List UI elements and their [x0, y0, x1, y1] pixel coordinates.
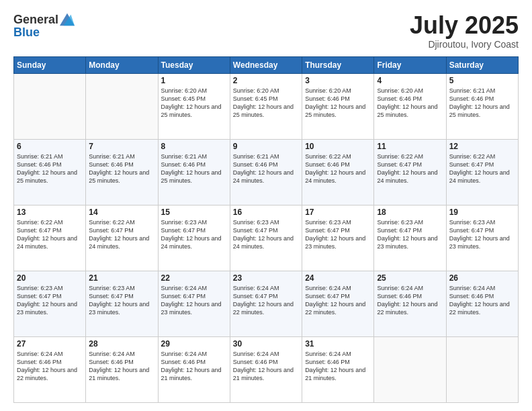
day-info: Sunrise: 6:23 AMSunset: 6:47 PMDaylight:…	[161, 218, 227, 251]
calendar-week-row: 27Sunrise: 6:24 AMSunset: 6:46 PMDayligh…	[14, 336, 519, 402]
day-number: 18	[377, 208, 443, 217]
day-number: 21	[89, 273, 154, 283]
calendar-cell: 3Sunrise: 6:20 AMSunset: 6:46 PMDaylight…	[302, 73, 374, 139]
day-header-sunday: Sunday	[14, 56, 86, 73]
calendar-cell: 25Sunrise: 6:24 AMSunset: 6:46 PMDayligh…	[374, 271, 446, 336]
day-number: 3	[305, 76, 371, 85]
calendar-cell: 15Sunrise: 6:23 AMSunset: 6:47 PMDayligh…	[158, 205, 230, 271]
calendar-header-row: SundayMondayTuesdayWednesdayThursdayFrid…	[14, 56, 519, 73]
calendar-cell: 10Sunrise: 6:22 AMSunset: 6:46 PMDayligh…	[302, 139, 374, 205]
calendar-cell: 20Sunrise: 6:23 AMSunset: 6:47 PMDayligh…	[14, 271, 86, 336]
day-info: Sunrise: 6:24 AMSunset: 6:46 PMDaylight:…	[377, 284, 443, 317]
day-number: 11	[377, 142, 443, 151]
calendar-cell: 4Sunrise: 6:20 AMSunset: 6:46 PMDaylight…	[374, 73, 446, 139]
day-number: 8	[161, 142, 227, 151]
calendar-cell: 23Sunrise: 6:24 AMSunset: 6:47 PMDayligh…	[230, 271, 302, 336]
calendar-cell: 12Sunrise: 6:22 AMSunset: 6:47 PMDayligh…	[446, 139, 518, 205]
calendar-cell: 19Sunrise: 6:23 AMSunset: 6:47 PMDayligh…	[446, 205, 518, 271]
calendar-cell: 22Sunrise: 6:24 AMSunset: 6:47 PMDayligh…	[158, 271, 230, 336]
day-number: 19	[449, 208, 515, 217]
day-number: 5	[449, 76, 515, 85]
day-number: 17	[305, 208, 371, 217]
day-header-friday: Friday	[374, 56, 446, 73]
day-number: 10	[305, 142, 371, 151]
calendar-cell: 16Sunrise: 6:23 AMSunset: 6:47 PMDayligh…	[230, 205, 302, 271]
logo: General Blue	[13, 12, 75, 40]
calendar-cell: 18Sunrise: 6:23 AMSunset: 6:47 PMDayligh…	[374, 205, 446, 271]
calendar-cell: 31Sunrise: 6:24 AMSunset: 6:46 PMDayligh…	[302, 336, 374, 402]
day-info: Sunrise: 6:23 AMSunset: 6:47 PMDaylight:…	[305, 218, 371, 251]
calendar-cell: 8Sunrise: 6:21 AMSunset: 6:46 PMDaylight…	[158, 139, 230, 205]
day-number: 4	[377, 76, 443, 85]
month-title: July 2025	[410, 12, 519, 39]
day-number: 27	[17, 339, 83, 349]
calendar-cell: 17Sunrise: 6:23 AMSunset: 6:47 PMDayligh…	[302, 205, 374, 271]
day-info: Sunrise: 6:24 AMSunset: 6:47 PMDaylight:…	[161, 284, 227, 317]
day-number: 29	[161, 339, 227, 349]
calendar-cell: 30Sunrise: 6:24 AMSunset: 6:46 PMDayligh…	[230, 336, 302, 402]
day-info: Sunrise: 6:24 AMSunset: 6:47 PMDaylight:…	[233, 284, 299, 317]
calendar-cell: 11Sunrise: 6:22 AMSunset: 6:47 PMDayligh…	[374, 139, 446, 205]
day-header-monday: Monday	[86, 56, 158, 73]
day-number: 25	[377, 273, 443, 283]
calendar-cell: 6Sunrise: 6:21 AMSunset: 6:46 PMDaylight…	[14, 139, 86, 205]
calendar-week-row: 20Sunrise: 6:23 AMSunset: 6:47 PMDayligh…	[14, 271, 519, 336]
day-header-saturday: Saturday	[446, 56, 518, 73]
day-number: 6	[17, 142, 83, 151]
day-info: Sunrise: 6:24 AMSunset: 6:46 PMDaylight:…	[305, 350, 371, 383]
calendar-cell: 13Sunrise: 6:22 AMSunset: 6:47 PMDayligh…	[14, 205, 86, 271]
day-info: Sunrise: 6:23 AMSunset: 6:47 PMDaylight:…	[17, 284, 83, 317]
day-info: Sunrise: 6:22 AMSunset: 6:47 PMDaylight:…	[17, 218, 83, 251]
day-number: 2	[233, 76, 299, 85]
calendar-cell: 24Sunrise: 6:24 AMSunset: 6:47 PMDayligh…	[302, 271, 374, 336]
calendar-cell: 29Sunrise: 6:24 AMSunset: 6:46 PMDayligh…	[158, 336, 230, 402]
calendar-cell	[374, 336, 446, 402]
day-info: Sunrise: 6:20 AMSunset: 6:46 PMDaylight:…	[305, 87, 371, 120]
day-info: Sunrise: 6:23 AMSunset: 6:47 PMDaylight:…	[233, 218, 299, 251]
calendar-cell: 1Sunrise: 6:20 AMSunset: 6:45 PMDaylight…	[158, 73, 230, 139]
calendar-week-row: 6Sunrise: 6:21 AMSunset: 6:46 PMDaylight…	[14, 139, 519, 205]
day-info: Sunrise: 6:21 AMSunset: 6:46 PMDaylight:…	[17, 152, 83, 185]
day-info: Sunrise: 6:24 AMSunset: 6:46 PMDaylight:…	[233, 350, 299, 383]
calendar-cell: 9Sunrise: 6:21 AMSunset: 6:46 PMDaylight…	[230, 139, 302, 205]
day-number: 22	[161, 273, 227, 283]
calendar-cell: 14Sunrise: 6:22 AMSunset: 6:47 PMDayligh…	[86, 205, 158, 271]
day-info: Sunrise: 6:22 AMSunset: 6:47 PMDaylight:…	[377, 152, 443, 185]
day-info: Sunrise: 6:24 AMSunset: 6:46 PMDaylight:…	[17, 350, 83, 383]
day-header-tuesday: Tuesday	[158, 56, 230, 73]
calendar-cell: 21Sunrise: 6:23 AMSunset: 6:47 PMDayligh…	[86, 271, 158, 336]
calendar-cell: 7Sunrise: 6:21 AMSunset: 6:46 PMDaylight…	[86, 139, 158, 205]
day-number: 16	[233, 208, 299, 217]
day-info: Sunrise: 6:22 AMSunset: 6:46 PMDaylight:…	[305, 152, 371, 185]
location: Djiroutou, Ivory Coast	[410, 39, 519, 50]
calendar-cell: 26Sunrise: 6:24 AMSunset: 6:46 PMDayligh…	[446, 271, 518, 336]
day-info: Sunrise: 6:24 AMSunset: 6:46 PMDaylight:…	[449, 284, 515, 317]
day-number: 13	[17, 208, 83, 217]
calendar-cell	[14, 73, 86, 139]
day-info: Sunrise: 6:24 AMSunset: 6:46 PMDaylight:…	[161, 350, 227, 383]
day-info: Sunrise: 6:22 AMSunset: 6:47 PMDaylight:…	[449, 152, 515, 185]
calendar-cell	[446, 336, 518, 402]
calendar-cell: 28Sunrise: 6:24 AMSunset: 6:46 PMDayligh…	[86, 336, 158, 402]
calendar-cell: 27Sunrise: 6:24 AMSunset: 6:46 PMDayligh…	[14, 336, 86, 402]
day-info: Sunrise: 6:24 AMSunset: 6:46 PMDaylight:…	[89, 350, 154, 383]
calendar-week-row: 13Sunrise: 6:22 AMSunset: 6:47 PMDayligh…	[14, 205, 519, 271]
header: General Blue July 2025 Djiroutou, Ivory …	[13, 12, 519, 50]
day-number: 24	[305, 273, 371, 283]
day-info: Sunrise: 6:20 AMSunset: 6:45 PMDaylight:…	[233, 87, 299, 120]
day-header-thursday: Thursday	[302, 56, 374, 73]
day-info: Sunrise: 6:21 AMSunset: 6:46 PMDaylight:…	[233, 152, 299, 185]
day-info: Sunrise: 6:21 AMSunset: 6:46 PMDaylight:…	[161, 152, 227, 185]
day-number: 26	[449, 273, 515, 283]
day-info: Sunrise: 6:23 AMSunset: 6:47 PMDaylight:…	[449, 218, 515, 251]
day-info: Sunrise: 6:24 AMSunset: 6:47 PMDaylight:…	[305, 284, 371, 317]
day-number: 30	[233, 339, 299, 349]
logo-blue-text: Blue	[13, 26, 75, 40]
day-info: Sunrise: 6:23 AMSunset: 6:47 PMDaylight:…	[377, 218, 443, 251]
calendar-cell: 2Sunrise: 6:20 AMSunset: 6:45 PMDaylight…	[230, 73, 302, 139]
day-number: 31	[305, 339, 371, 349]
day-info: Sunrise: 6:21 AMSunset: 6:46 PMDaylight:…	[449, 87, 515, 120]
title-block: July 2025 Djiroutou, Ivory Coast	[410, 12, 519, 50]
day-number: 14	[89, 208, 154, 217]
day-info: Sunrise: 6:22 AMSunset: 6:47 PMDaylight:…	[89, 218, 154, 251]
